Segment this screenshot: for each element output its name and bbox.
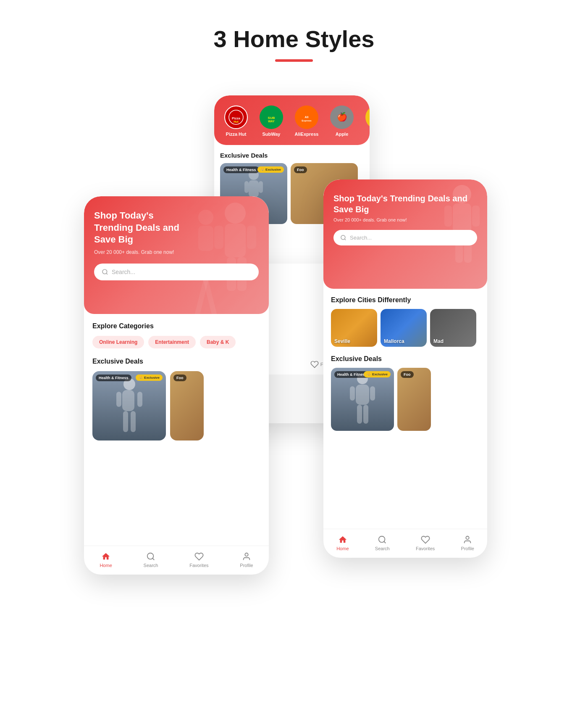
explore-categories-title: Explore Categories bbox=[92, 322, 260, 330]
heart-icon-right bbox=[421, 535, 430, 544]
right-deal-fitness[interactable]: Health & Fitness 👑 Exclusive bbox=[331, 368, 394, 431]
left-food-bg bbox=[170, 371, 204, 440]
search-icon-nav-right bbox=[378, 535, 387, 544]
left-nav-profile[interactable]: Profile bbox=[240, 552, 253, 568]
left-phone-content: Explore Categories Online Learning Enter… bbox=[84, 314, 269, 449]
svg-text:Ali: Ali bbox=[305, 116, 309, 119]
heart-icon-left bbox=[194, 552, 204, 561]
left-deal-food[interactable]: Foo bbox=[170, 371, 204, 440]
hero-bg-art bbox=[185, 196, 269, 314]
apple-label: Apple bbox=[336, 132, 349, 137]
left-hero-search[interactable]: Search... bbox=[94, 264, 259, 280]
pizza-hut-label: Pizza Hut bbox=[226, 132, 247, 137]
phones-showcase: Pizza Hut Pizza Hut SUB WAY SubWay bbox=[84, 95, 504, 684]
category-entertainment[interactable]: Entertainment bbox=[148, 336, 196, 348]
svg-text:WAY: WAY bbox=[268, 120, 275, 123]
title-underline bbox=[275, 59, 313, 62]
svg-text:Express: Express bbox=[302, 119, 312, 122]
svg-point-40 bbox=[245, 553, 248, 556]
svg-point-55 bbox=[466, 536, 469, 539]
left-search-placeholder: Search... bbox=[112, 269, 135, 275]
city-mallorca[interactable]: Mallorca bbox=[381, 309, 427, 347]
left-favorites-label: Favorites bbox=[189, 563, 208, 568]
right-bottom-nav: Home Search Favorites Profile bbox=[323, 529, 487, 558]
svg-point-47 bbox=[341, 235, 345, 240]
category-online-learning[interactable]: Online Learning bbox=[92, 336, 144, 348]
svg-rect-51 bbox=[370, 386, 375, 401]
right-nav-search[interactable]: Search bbox=[375, 535, 390, 551]
aliexpress-label: AliExpress bbox=[295, 132, 319, 137]
cities-row: Seville Mallorca Mad bbox=[331, 309, 480, 347]
left-exclusive-tag: 👑 Exclusive bbox=[136, 375, 163, 381]
svg-rect-27 bbox=[247, 226, 256, 249]
left-fitness-bg bbox=[92, 371, 166, 440]
city-madrid[interactable]: Mad bbox=[430, 309, 476, 347]
left-nav-favorites[interactable]: Favorites bbox=[189, 552, 208, 568]
exclusive-badge-back: 👑 Exclusive bbox=[257, 166, 284, 173]
svg-point-30 bbox=[198, 210, 213, 225]
right-food-tag: Foo bbox=[401, 371, 414, 378]
left-bottom-nav: Home Search Favorites Profile bbox=[84, 546, 269, 575]
search-icon-nav-left bbox=[146, 552, 155, 561]
brand-subway[interactable]: SUB WAY SubWay bbox=[256, 106, 286, 137]
left-hero-subtitle: Over 20 000+ deals. Grab one now! bbox=[94, 249, 259, 255]
right-favorites-label: Favorites bbox=[416, 546, 435, 551]
brand-aliexpress[interactable]: Ali Express AliExpress bbox=[291, 106, 322, 137]
svg-rect-36 bbox=[137, 392, 142, 407]
svg-point-24 bbox=[225, 203, 246, 224]
svg-text:SUB: SUB bbox=[268, 116, 275, 120]
brand-strip: Pizza Hut Pizza Hut SUB WAY SubWay bbox=[214, 95, 370, 145]
left-nav-search[interactable]: Search bbox=[144, 552, 158, 568]
right-deal-food[interactable]: Foo bbox=[397, 368, 431, 431]
right-search-placeholder: Search... bbox=[350, 235, 372, 241]
svg-rect-53 bbox=[363, 405, 368, 424]
right-phone-content: Explore Cities Differently Seville Mallo… bbox=[323, 289, 487, 431]
svg-text:🍎: 🍎 bbox=[337, 112, 347, 122]
right-exclusive-label: Exclusive bbox=[372, 372, 388, 376]
city-seville[interactable]: Seville bbox=[331, 309, 377, 347]
profile-icon-left bbox=[242, 552, 251, 561]
svg-rect-14 bbox=[249, 180, 259, 197]
mallorca-label: Mallorca bbox=[384, 338, 404, 344]
svg-rect-34 bbox=[122, 390, 134, 411]
left-food-tag: Foo bbox=[173, 375, 186, 381]
svg-text:Hut: Hut bbox=[234, 120, 239, 123]
right-nav-home[interactable]: Home bbox=[336, 535, 349, 551]
brand-apple[interactable]: 🍎 Apple bbox=[327, 106, 357, 137]
search-icon-right bbox=[340, 235, 346, 241]
gu-icon: G bbox=[365, 106, 370, 129]
right-hero-banner: Shop Today's Trending Deals and Save Big… bbox=[323, 179, 487, 289]
profile-icon-right bbox=[463, 535, 472, 544]
phone-left: Shop Today's Trending Deals and Save Big… bbox=[84, 196, 269, 575]
svg-rect-38 bbox=[131, 411, 136, 432]
health-fitness-tag-back: Health & Fitness bbox=[223, 166, 259, 173]
seville-label: Seville bbox=[334, 338, 350, 344]
left-hero-banner: Shop Today's Trending Deals and Save Big… bbox=[84, 196, 269, 314]
svg-rect-37 bbox=[123, 411, 128, 432]
brand-gu[interactable]: G G bbox=[362, 106, 370, 137]
madrid-label: Mad bbox=[433, 338, 444, 344]
svg-rect-31 bbox=[198, 226, 213, 251]
exclusive-deals-title-back: Exclusive Deals bbox=[220, 152, 364, 159]
right-deals-row: Health & Fitness 👑 Exclusive Foo bbox=[331, 368, 480, 431]
brand-pizza-hut[interactable]: Pizza Hut Pizza Hut bbox=[221, 106, 251, 137]
right-nav-profile[interactable]: Profile bbox=[461, 535, 474, 551]
svg-point-54 bbox=[379, 536, 385, 543]
right-hero-title: Shop Today's Trending Deals and Save Big bbox=[333, 193, 477, 215]
categories-row: Online Learning Entertainment Baby & K bbox=[92, 336, 260, 348]
left-profile-label: Profile bbox=[240, 563, 253, 568]
svg-rect-15 bbox=[244, 181, 249, 193]
category-baby[interactable]: Baby & K bbox=[200, 336, 236, 348]
svg-text:Pizza: Pizza bbox=[232, 116, 241, 120]
subway-icon: SUB WAY bbox=[260, 106, 283, 129]
svg-rect-16 bbox=[259, 181, 263, 193]
left-deal-fitness[interactable]: Health & Fitness 👑 Exclusive bbox=[92, 371, 166, 440]
left-nav-home[interactable]: Home bbox=[100, 552, 112, 568]
left-spacer bbox=[84, 449, 269, 546]
exclusive-deals-title-right: Exclusive Deals bbox=[331, 355, 480, 363]
right-nav-favorites[interactable]: Favorites bbox=[416, 535, 435, 551]
explore-cities-title: Explore Cities Differently bbox=[331, 296, 480, 304]
right-hero-search[interactable]: Search... bbox=[333, 230, 477, 245]
search-icon-left bbox=[102, 269, 108, 275]
right-search-label: Search bbox=[375, 546, 390, 551]
